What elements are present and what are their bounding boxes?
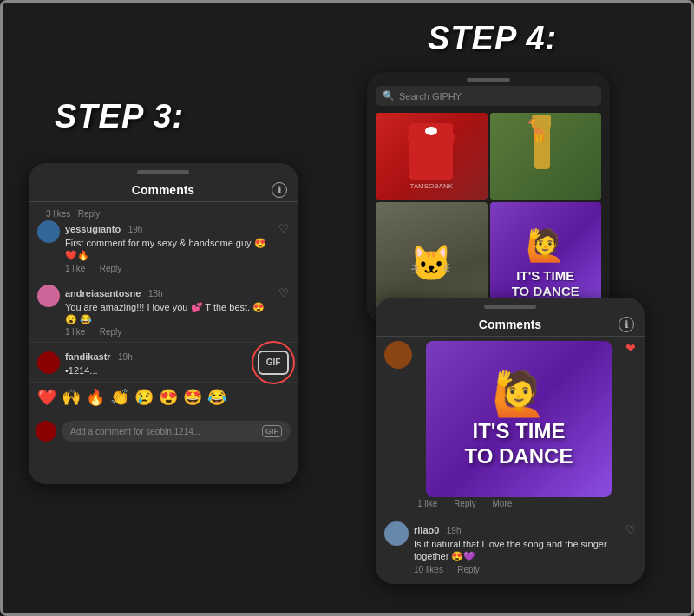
giraffe-shape: 🦒: [490, 113, 602, 200]
dancer-large-emoji: 🙋: [492, 369, 546, 419]
avatar-rilao: [384, 521, 409, 546]
dance-text-small-line2: TO DANCE: [512, 284, 579, 299]
gif-comment-actions: 1 like Reply More: [417, 499, 620, 508]
step3-label: STEP 3:: [55, 98, 184, 135]
input-placeholder: Add a comment for seobin.1214...: [70, 427, 200, 436]
info-icon[interactable]: ℹ: [272, 182, 287, 198]
gif-button-wrapper: GIF: [258, 351, 289, 375]
gif-comment-content: 🙋 IT'S TIME TO DANCE 1 like Reply More: [417, 341, 620, 508]
comment-input-bar: Add a comment for seobin.1214... GIF: [29, 416, 298, 447]
avatar-3: [37, 351, 60, 374]
comment-likes-1: 1 like Reply: [65, 264, 273, 273]
time-2: 18h: [148, 289, 163, 298]
heart-icon-rilao[interactable]: ♡: [625, 523, 636, 536]
emoji-love[interactable]: 😍: [159, 388, 178, 407]
time-3: 19h: [118, 352, 133, 362]
emoji-heart[interactable]: ❤️: [37, 388, 56, 407]
avatar-2: [37, 285, 60, 307]
emoji-fire[interactable]: 🔥: [86, 388, 105, 407]
info-icon-br[interactable]: ℹ: [619, 317, 634, 332]
username-2: andreiasantosne: [65, 288, 141, 298]
reply-comment-body: rilao0 19h Is it natural that I love the…: [414, 521, 620, 574]
giphy-notch: [467, 78, 510, 82]
comment-body-3: fandikastr 19h •1214...: [65, 348, 133, 377]
reply-comment: rilao0 19h Is it natural that I love the…: [376, 516, 645, 580]
phone-step4-giphy: 🔍 Search GIPHY TAMSOBANK: [367, 72, 610, 324]
comment-item-3: fandikastr 19h •1214... GIF: [29, 343, 298, 383]
comment-item-1: 3 likes Reply yessugianto 19h First comm…: [29, 202, 298, 279]
emoji-laugh[interactable]: 😂: [207, 388, 226, 407]
comment-top-2: andreiasantosne 18h You are amazing!!! I…: [37, 285, 289, 337]
page-container: STEP 3: STEP 4: Comments ℹ 3 likes Reply…: [0, 0, 694, 616]
poster-avatar: [384, 341, 412, 369]
comment-body-2: andreiasantosne 18h You are amazing!!! I…: [65, 285, 273, 337]
comment-text-1: First comment for my sexy & handsome guy…: [65, 237, 273, 262]
emoji-cry[interactable]: 😢: [134, 388, 154, 407]
comment-text-3: •1214...: [65, 364, 133, 377]
username-3: fandikastr: [65, 351, 111, 362]
dancer-emoji: 🙋: [526, 227, 565, 264]
red-heart[interactable]: ❤: [625, 341, 636, 355]
gif-circle-highlight: [252, 341, 295, 384]
search-icon: 🔍: [383, 90, 395, 102]
gif-comment-row: 🙋 IT'S TIME TO DANCE 1 like Reply More ❤: [376, 337, 645, 513]
username-rilao: rilao0: [414, 525, 439, 535]
comments-title: Comments: [132, 183, 194, 197]
step4-label: STEP 4:: [428, 20, 557, 57]
gif-thumb-red-shirt[interactable]: TAMSOBANK: [376, 113, 488, 200]
dance-text-large-1: IT'S TIME: [472, 419, 565, 444]
phone-notch: [137, 170, 189, 174]
time-1: 19h: [128, 225, 143, 234]
comment-input-field[interactable]: Add a comment for seobin.1214... GIF: [62, 421, 291, 442]
giphy-search-bar[interactable]: 🔍 Search GIPHY: [376, 86, 601, 106]
likes-reply-top: 3 likes Reply: [37, 207, 289, 220]
gif-button[interactable]: GIF: [258, 351, 289, 375]
reply-comment-top: rilao0 19h Is it natural that I love the…: [384, 521, 636, 574]
phone-bottom-right: Comments ℹ 🙋 IT'S TIME TO DANCE 1 like R…: [376, 298, 645, 584]
time-rilao: 19h: [447, 526, 462, 535]
gif-likes: 1 like: [417, 499, 437, 508]
emoji-bar: ❤️ 🙌 🔥 👏 😢 😍 🤩 😂: [29, 383, 298, 412]
avatar-input: [36, 421, 56, 442]
emoji-hands[interactable]: 👏: [110, 388, 129, 407]
search-placeholder: Search GIPHY: [399, 91, 462, 102]
avatar-1: [37, 220, 60, 243]
comment-likes-2: 1 like Reply: [65, 327, 273, 337]
comment-likes-rilao: 10 likes Reply: [414, 565, 620, 574]
emoji-clap[interactable]: 🙌: [62, 388, 81, 407]
phone-step3: Comments ℹ 3 likes Reply yessugianto 19h…: [29, 163, 298, 484]
gif-thumb-giraffe[interactable]: 🦒: [490, 113, 602, 200]
heart-icon-1[interactable]: ♡: [278, 222, 289, 235]
comments-header-br: Comments ℹ: [376, 313, 645, 337]
heart-icon-2[interactable]: ♡: [278, 286, 289, 299]
input-gif-btn[interactable]: GIF: [262, 425, 282, 437]
giphy-grid: TAMSOBANK 🦒 🐱 🙋 IT'S TIME TO: [367, 113, 610, 324]
gif-more[interactable]: More: [493, 499, 513, 508]
comment-text-rilao: Is it natural that I love the song and t…: [414, 538, 620, 563]
comment-text-2: You are amazing!!! I love you 💕 T the be…: [65, 301, 273, 326]
dance-text-small-line1: IT'S TIME: [516, 268, 574, 284]
comment-body-1: yessugianto 19h First comment for my sex…: [65, 220, 273, 273]
phone-notch-br: [484, 305, 536, 309]
username-1: yessugianto: [65, 224, 121, 234]
emoji-star[interactable]: 🤩: [183, 388, 202, 407]
dance-text-large-2: TO DANCE: [465, 444, 573, 469]
dance-gif-large: 🙋 IT'S TIME TO DANCE: [426, 341, 612, 497]
comments-title-br: Comments: [479, 318, 541, 331]
comment-top-1: yessugianto 19h First comment for my sex…: [37, 220, 289, 273]
gif-reply[interactable]: Reply: [454, 499, 476, 508]
comment-item-2: andreiasantosne 18h You are amazing!!! I…: [29, 279, 298, 344]
comments-header: Comments ℹ: [29, 179, 298, 202]
